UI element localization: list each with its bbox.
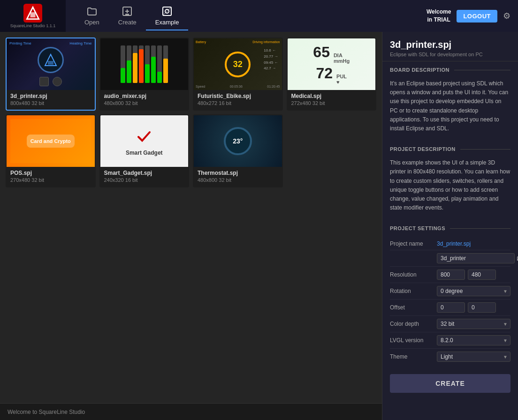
gallery-item-gadget[interactable]: Smart Gadget Smart_Gadget.spj 240x320 16… (99, 114, 190, 188)
nav-example[interactable]: Example (146, 2, 189, 30)
app-version: SquareLine Studio 1.1.1 (10, 23, 56, 28)
item-size-medical: 272x480 32 bit (291, 100, 372, 106)
thumb-3dprinter: Printing TimeHeating Time (7, 38, 95, 90)
settings-row-colordepth: Color depth 32 bit 16 bit 8 bit ▼ (390, 316, 510, 332)
item-name-gadget: Smart_Gadget.spj (104, 170, 185, 176)
board-description-header: BOARD DESCRIPTION (382, 61, 518, 75)
settings-icon[interactable]: ⚙ (503, 11, 510, 21)
nav-create[interactable]: Create (109, 2, 146, 30)
gallery-item-thermostat[interactable]: 23° Thermostat.spj 480x800 32 bit (193, 114, 283, 188)
item-size-thermostat: 480x800 32 bit (198, 177, 278, 183)
lvglversion-select[interactable]: 8.2.0 8.3.0 9.0.0 (437, 335, 510, 345)
thumb-audiomixer (100, 38, 189, 90)
settings-row-rotation: Rotation 0 degree 90 degree 180 degree 2… (390, 283, 510, 300)
item-name-3dprinter: 3d_printer.spj (10, 93, 91, 99)
thumb-pos: Card and Crypto (7, 115, 95, 167)
main-content: Printing TimeHeating Time (0, 32, 518, 420)
item-name-medical: Medical.spj (291, 93, 372, 99)
nav-buttons: Open Create Example (66, 2, 427, 30)
projectname-value: 3d_printer.spj (437, 240, 510, 247)
folder-open-icon (86, 6, 98, 17)
resolution-width-input[interactable] (437, 270, 465, 280)
theme-label: Theme (390, 353, 437, 360)
svg-line-9 (163, 7, 171, 15)
rotation-select[interactable]: 0 degree 90 degree 180 degree 270 degree (437, 286, 510, 296)
settings-row-theme: Theme Light Dark ▼ (390, 349, 510, 365)
create-button[interactable]: CREATE (390, 374, 510, 393)
welcome-text: Welcome in TRIAL (427, 8, 451, 24)
projectname-label: Project name (390, 240, 437, 247)
gallery-item-audiomixer[interactable]: audio_mixer.spj 480x800 32 bit (99, 38, 190, 111)
item-name-thermostat: Thermostat.spj (198, 170, 278, 176)
lvglversion-label: LVGL version (390, 337, 437, 344)
resolution-height-input[interactable] (468, 270, 496, 280)
rotation-label: Rotation (390, 288, 437, 294)
left-panel: Printing TimeHeating Time (0, 32, 382, 420)
gallery-item-ebike[interactable]: BatteryDriving information 32 10.6 ← 20.… (193, 38, 283, 111)
footer-text: Welcome to SquareLine Studio (8, 409, 85, 415)
gallery-grid: Printing TimeHeating Time (0, 32, 382, 403)
offset-y-input[interactable] (468, 302, 496, 313)
theme-select[interactable]: Light Dark (437, 352, 510, 362)
item-size-3dprinter: 800x480 32 bit (10, 100, 91, 106)
thumb-ebike: BatteryDriving information 32 10.6 ← 20.… (194, 38, 282, 90)
settings-row-nameinput: 🗁 (390, 250, 510, 267)
project-subtitle: Eclipse with SDL for development on PC (390, 52, 510, 57)
offset-x-input[interactable] (437, 302, 465, 313)
create-icon (122, 6, 133, 17)
right-header: 3d_printer.spj Eclipse with SDL for deve… (382, 32, 518, 61)
thumb-gadget: Smart Gadget (100, 115, 189, 167)
topbar: SquareLine Studio 1.1.1 Open Create (0, 0, 518, 32)
logout-button[interactable]: LOGOUT (457, 10, 497, 22)
project-description-header: PROJECT DESCRIPTION (382, 141, 518, 155)
project-settings-header: PROJECT SETTINGS (382, 220, 518, 234)
settings-row-projectname: Project name 3d_printer.spj (390, 238, 510, 250)
item-size-audiomixer: 480x800 32 bit (104, 100, 185, 106)
resolution-label: Resolution (390, 271, 437, 278)
colordepth-label: Color depth (390, 321, 437, 327)
welcome-area: Welcome in TRIAL LOGOUT ⚙ (427, 8, 518, 24)
gallery-item-medical[interactable]: 65 DIAmmHg 72 PUL♥ Medical.spj 272x480 3… (287, 38, 377, 111)
project-description-text: This example shows the UI of a simple 3D… (382, 155, 518, 220)
offset-label: Offset (390, 304, 437, 311)
item-size-ebike: 480x272 16 bit (198, 100, 278, 106)
item-name-audiomixer: audio_mixer.spj (104, 93, 185, 99)
project-name-input[interactable] (437, 253, 515, 263)
settings-grid: Project name 3d_printer.spj 🗁 Resolution (382, 234, 518, 368)
settings-row-resolution: Resolution (390, 267, 510, 283)
thumb-medical: 65 DIAmmHg 72 PUL♥ (288, 38, 376, 90)
thumb-thermostat: 23° (194, 115, 282, 167)
board-description-text: It's an Eclipse based project using SDL … (382, 75, 518, 141)
settings-row-offset: Offset (390, 300, 510, 316)
item-name-pos: POS.spj (10, 170, 91, 176)
item-name-ebike: Futuristic_Ebike.spj (198, 93, 278, 99)
app-logo (23, 4, 43, 22)
right-panel: 3d_printer.spj Eclipse with SDL for deve… (382, 32, 518, 420)
settings-row-lvglversion: LVGL version 8.2.0 8.3.0 9.0.0 ▼ (390, 332, 510, 349)
item-size-pos: 270x480 32 bit (10, 177, 91, 183)
project-title: 3d_printer.spj (390, 39, 510, 50)
gallery-item-3dprinter[interactable]: Printing TimeHeating Time (6, 38, 96, 111)
gallery-item-pos[interactable]: Card and Crypto POS.spj 270x480 32 bit (6, 114, 96, 188)
footer: Welcome to SquareLine Studio (0, 403, 382, 420)
svg-rect-2 (30, 12, 36, 17)
item-size-gadget: 240x320 16 bit (104, 177, 185, 183)
example-icon (161, 6, 173, 17)
svg-rect-11 (48, 61, 53, 65)
colordepth-select[interactable]: 32 bit 16 bit 8 bit (437, 319, 510, 329)
logo-area: SquareLine Studio 1.1.1 (0, 0, 66, 32)
nav-open[interactable]: Open (75, 2, 109, 30)
